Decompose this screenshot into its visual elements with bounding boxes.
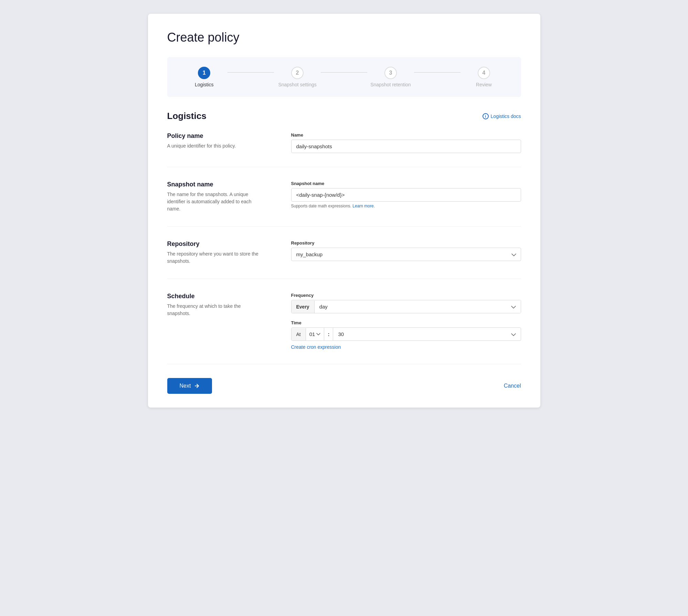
schedule-section: Schedule The frequency at which to take … (167, 293, 521, 364)
minute-select[interactable]: 30 (333, 328, 520, 341)
step-3-circle: 3 (384, 67, 397, 79)
minute-chevron-icon (511, 331, 516, 337)
repository-select-wrapper: my_backup (291, 248, 521, 261)
at-label: At (292, 328, 306, 341)
next-arrow-icon (194, 383, 200, 389)
snapshot-name-input[interactable] (291, 188, 521, 202)
snapshot-name-title: Snapshot name (167, 181, 264, 188)
schedule-title: Schedule (167, 293, 264, 300)
snapshot-name-field-label: Snapshot name (291, 181, 521, 186)
step-line-3 (414, 72, 461, 73)
step-2-label: Snapshot settings (278, 82, 316, 87)
snapshot-name-right: Snapshot name Supports date math express… (291, 181, 521, 213)
step-4-circle: 4 (478, 67, 490, 79)
step-2: 2 Snapshot settings (274, 67, 320, 87)
repository-left: Repository The repository where you want… (167, 240, 264, 265)
frequency-select-wrapper: day week month (315, 300, 521, 313)
snapshot-name-desc: The name for the snapshots. A unique ide… (167, 191, 264, 213)
step-line-1 (227, 72, 274, 73)
logistics-section-title: Logistics (167, 111, 207, 121)
stepper: 1 Logistics 2 Snapshot settings 3 Snapsh… (167, 57, 521, 97)
step-2-circle: 2 (291, 67, 304, 79)
repository-title: Repository (167, 240, 264, 248)
frequency-field-label: Frequency (291, 293, 521, 298)
snapshot-name-hint: Supports date math expressions. Learn mo… (291, 204, 521, 208)
minute-value: 30 (338, 331, 344, 337)
cancel-button[interactable]: Cancel (504, 383, 521, 389)
snapshot-name-left: Snapshot name The name for the snapshots… (167, 181, 264, 213)
policy-name-right: Name (291, 132, 521, 153)
repository-right: Repository my_backup (291, 240, 521, 265)
step-1-circle: 1 (198, 67, 210, 79)
docs-icon: i (483, 113, 489, 119)
hour-chevron-icon (316, 333, 320, 335)
learn-more-link[interactable]: Learn more. (352, 204, 375, 208)
page-container: Create policy 1 Logistics 2 Snapshot set… (148, 14, 540, 408)
policy-name-desc: A unique identifier for this policy. (167, 142, 264, 150)
hour-value: 01 (309, 331, 315, 337)
policy-name-field-label: Name (291, 132, 521, 138)
step-4-label: Review (476, 82, 492, 87)
step-4: 4 Review (461, 67, 507, 87)
every-label: Every (292, 301, 315, 313)
schedule-right: Frequency Every day week month (291, 293, 521, 350)
policy-name-title: Policy name (167, 132, 264, 140)
time-row: At 01 : 30 (291, 327, 521, 341)
time-field-label: Time (291, 320, 521, 325)
cron-expression-link[interactable]: Create cron expression (291, 344, 341, 350)
step-3-label: Snapshot retention (370, 82, 411, 87)
step-3: 3 Snapshot retention (367, 67, 414, 87)
schedule-desc: The frequency at which to take the snaps… (167, 303, 264, 317)
time-colon: : (324, 328, 333, 341)
step-1-label: Logistics (195, 82, 213, 87)
policy-name-section: Policy name A unique identifier for this… (167, 132, 521, 167)
page-title: Create policy (167, 30, 521, 45)
frequency-row: Every day week month (291, 300, 521, 313)
policy-name-left: Policy name A unique identifier for this… (167, 132, 264, 153)
step-1: 1 Logistics (181, 67, 227, 87)
footer-row: Next Cancel (167, 378, 521, 394)
repository-select[interactable]: my_backup (291, 248, 521, 261)
repository-section: Repository The repository where you want… (167, 240, 521, 279)
frequency-select[interactable]: day week month (315, 300, 521, 313)
logistics-docs-link[interactable]: i Logistics docs (483, 113, 521, 119)
repository-desc: The repository where you want to store t… (167, 250, 264, 265)
logistics-header: Logistics i Logistics docs (167, 111, 521, 121)
policy-name-input[interactable] (291, 140, 521, 153)
hour-select[interactable]: 01 (306, 328, 325, 341)
snapshot-name-section: Snapshot name The name for the snapshots… (167, 181, 521, 227)
schedule-left: Schedule The frequency at which to take … (167, 293, 264, 350)
repository-field-label: Repository (291, 240, 521, 246)
step-line-2 (321, 72, 367, 73)
next-button[interactable]: Next (167, 378, 212, 394)
